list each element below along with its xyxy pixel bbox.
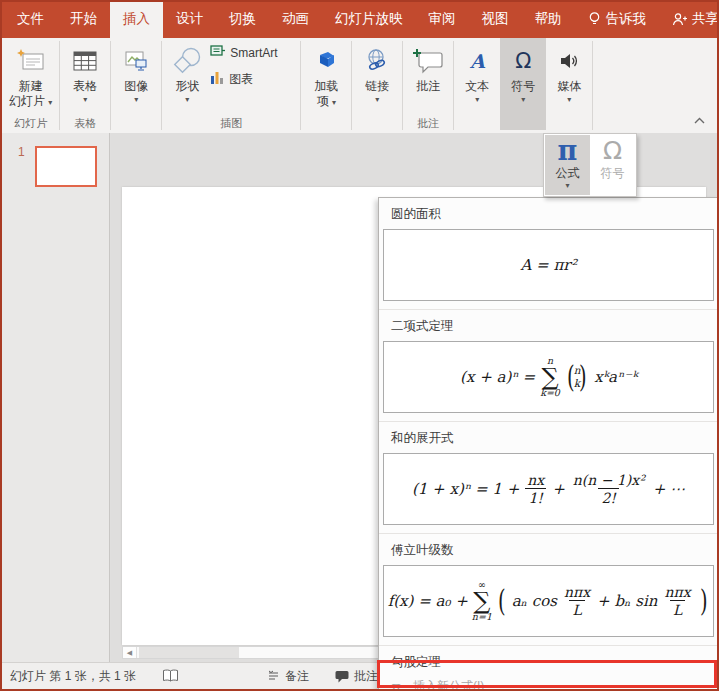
dropdown-arrow-icon: ▾ [375,96,379,104]
pi-icon: π [388,679,404,691]
equation-menu-item[interactable]: π 公式 ▾ [545,135,590,195]
ribbon: 新建 幻灯片 ▾ 幻灯片 表格 ▾ 表格 [2,38,717,133]
comment-icon [411,43,445,79]
symbol-menu-item[interactable]: Ω 符号 [590,135,635,195]
slide-thumbnail-panel: 1 [2,133,110,662]
fraction: nx 1! [524,472,547,506]
group-label-comments: 批注 [403,116,453,133]
fraction: n(n − 1)x² 2! [570,472,648,506]
equation-gallery: 圆的面积 A = πr² 二项式定理 (x + a)ⁿ = n ∑ k=0 ( … [378,197,719,691]
new-comment-button[interactable]: 批注 [405,41,451,115]
images-button[interactable]: 图像 ▾ [113,41,159,115]
insert-new-equation-item[interactable]: π 插入新公式(I) [379,677,719,691]
ribbon-group-images: 图像 ▾ [111,38,161,133]
dropdown-arrow-icon: ▾ [565,182,569,190]
gallery-section-title: 傅立叶级数 [379,533,719,565]
dropdown-arrow-icon: ▾ [521,96,525,104]
text-button[interactable]: A 文本 ▾ [454,38,500,130]
share-button[interactable]: 共享 [659,0,719,38]
dropdown-arrow-icon: ▾ [567,96,571,104]
tab-design[interactable]: 设计 [163,0,216,38]
speaker-icon [557,43,581,79]
notes-button[interactable]: 备注 [267,668,309,685]
ribbon-group-illustrations: 形状 ▾ SmartArt 图表 [162,38,300,133]
notes-icon [267,670,280,683]
comment-bubble-icon [335,670,349,683]
links-button[interactable]: 链接 ▾ [354,41,400,115]
tab-home[interactable]: 开始 [57,0,110,38]
ribbon-group-comments: 批注 批注 [403,38,453,133]
omega-icon: Ω [515,43,531,79]
scrollbar-thumb[interactable] [139,647,239,658]
dropdown-arrow-icon: ▾ [134,96,138,104]
tab-view[interactable]: 视图 [469,0,522,38]
shapes-icon [170,43,204,79]
share-label: 共享 [692,10,719,28]
dropdown-arrow-icon: ▾ [332,98,336,107]
chart-icon [210,70,225,88]
tab-help[interactable]: 帮助 [522,0,575,38]
omega-symbol-icon: Ω [603,136,622,166]
gallery-section-title: 勾股定理 [379,645,719,677]
slide-thumbnail[interactable] [35,146,97,187]
group-label-tables: 表格 [60,116,110,133]
powerpoint-window: 文件 开始 插入 设计 切换 动画 幻灯片放映 审阅 视图 帮助 告诉我 共享 [0,0,719,691]
collapse-ribbon-icon[interactable] [694,113,705,127]
new-slide-button[interactable]: 新建 幻灯片 ▾ [4,41,57,115]
addin-icon [312,43,340,79]
person-add-icon [672,12,687,27]
gallery-section-title: 和的展开式 [379,421,719,453]
equation-area-of-circle[interactable]: A = πr² [383,229,714,301]
ribbon-group-addins: 加载 项 ▾ [301,38,351,133]
link-icon [363,43,391,79]
gallery-section-title: 二项式定理 [379,309,719,341]
symbol-label: 符号 [601,166,625,180]
addins-button[interactable]: 加载 项 ▾ [303,41,349,115]
ribbon-group-links: 链接 ▾ [352,38,402,133]
media-button[interactable]: 媒体 ▾ [546,38,592,130]
image-icon [121,43,151,79]
equation-fourier-series[interactable]: f(x) = a₀ + ∞ ∑ n=1 ( aₙ cos nπx L + bₙ … [383,565,714,637]
tab-slideshow[interactable]: 幻灯片放映 [322,0,416,38]
slide-counter: 幻灯片 第 1 张，共 1 张 [10,668,136,685]
equation-binomial-theorem[interactable]: (x + a)ⁿ = n ∑ k=0 ( n k ) xᵏaⁿ⁻ᵏ [383,341,714,413]
tab-review[interactable]: 审阅 [416,0,469,38]
binomial-coefficient: ( n k ) [565,362,589,392]
spellcheck-button[interactable] [162,669,179,683]
table-icon [71,43,99,79]
pi-equation-icon: π [558,136,578,166]
fraction: nπx L [561,584,593,618]
ribbon-group-slides: 新建 幻灯片 ▾ 幻灯片 [2,38,59,133]
slide-number: 1 [18,145,25,159]
notes-label: 备注 [285,668,309,685]
tab-transitions[interactable]: 切换 [216,0,269,38]
tab-file[interactable]: 文件 [4,0,57,38]
text-box-icon: A [470,43,485,79]
smartart-icon [210,44,226,62]
comments-button[interactable]: 批注 [335,668,378,685]
lightbulb-icon [588,11,601,27]
tab-animations[interactable]: 动画 [269,0,322,38]
ribbon-divider [592,41,593,130]
summation: ∞ ∑ n=1 [472,580,492,622]
group-label-illustrations: 插图 [162,116,300,133]
tell-me-label: 告诉我 [606,10,647,28]
gallery-section-title: 圆的面积 [379,198,719,229]
chart-button[interactable]: 图表 [210,69,277,89]
comments-label: 批注 [354,668,378,685]
shapes-button[interactable]: 形状 ▾ [164,41,210,115]
dropdown-arrow-icon: ▾ [48,98,52,107]
tell-me-box[interactable]: 告诉我 [575,0,660,38]
symbols-button[interactable]: Ω 符号 ▾ [500,38,546,130]
group-label-slides: 幻灯片 [2,116,59,133]
tab-insert[interactable]: 插入 [110,0,163,38]
table-button[interactable]: 表格 ▾ [62,41,108,115]
smartart-button[interactable]: SmartArt [210,43,277,63]
fraction: nπx L [661,584,693,618]
book-icon [162,669,179,683]
ribbon-group-tables: 表格 ▾ 表格 [60,38,110,133]
scroll-left-icon[interactable]: ◀ [123,647,137,658]
ribbon-group-text-symbols-media: A 文本 ▾ Ω 符号 ▾ 媒体 ▾ [454,38,592,133]
summation: n ∑ k=0 [540,356,560,398]
equation-expansion-of-sum[interactable]: (1 + x)ⁿ = 1 + nx 1! + n(n − 1)x² 2! + ⋯ [383,453,714,525]
